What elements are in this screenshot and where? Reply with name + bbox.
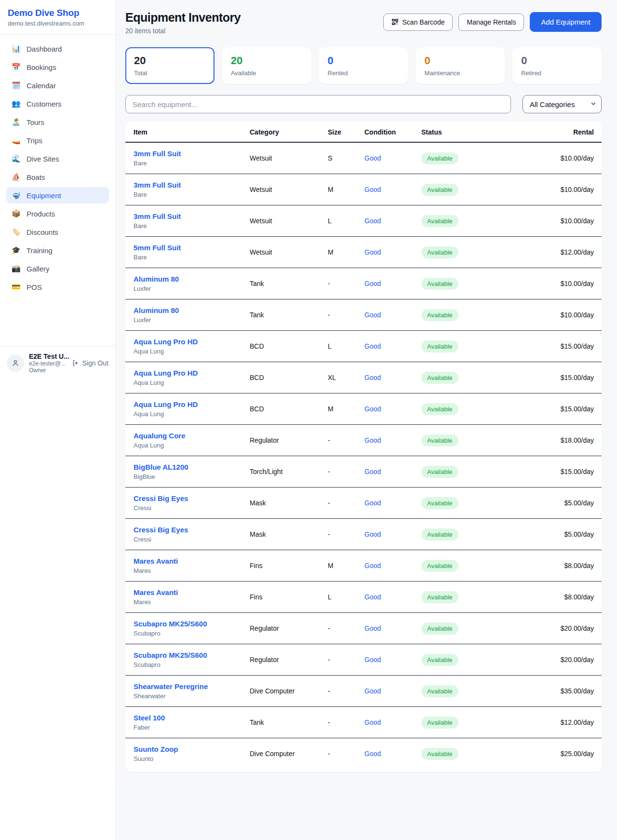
- item-rental-price: $5.00/day: [491, 488, 602, 519]
- condition-link[interactable]: Good: [364, 656, 381, 664]
- add-equipment-button[interactable]: Add Equipment: [530, 12, 602, 32]
- search-input[interactable]: [125, 95, 511, 113]
- sidebar-item-tours[interactable]: 🏝️ Tours: [6, 114, 109, 130]
- condition-link[interactable]: Good: [364, 718, 381, 726]
- condition-link[interactable]: Good: [364, 154, 381, 162]
- stat-card-rented[interactable]: 0 Rented: [319, 47, 408, 84]
- condition-link[interactable]: Good: [364, 405, 381, 413]
- item-name-link[interactable]: 3mm Full Suit: [134, 149, 242, 158]
- item-name-link[interactable]: Cressi Big Eyes: [134, 494, 242, 502]
- item-name-link[interactable]: Aluminum 80: [134, 306, 242, 314]
- sidebar-item-trips[interactable]: 🚤 Trips: [6, 132, 109, 149]
- stat-card-retired[interactable]: 0 Retired: [512, 47, 602, 84]
- condition-link[interactable]: Good: [364, 624, 381, 632]
- item-name-link[interactable]: Aqua Lung Pro HD: [134, 338, 242, 346]
- table-row: Mares Avanti Mares Fins L Good Available…: [125, 582, 602, 613]
- table-row: Aqua Lung Pro HD Aqua Lung BCD XL Good A…: [125, 362, 602, 393]
- condition-link[interactable]: Good: [364, 750, 381, 758]
- manage-rentals-label: Manage Rentals: [467, 18, 516, 26]
- condition-link[interactable]: Good: [364, 311, 381, 319]
- stat-rented-label: Rented: [328, 69, 400, 77]
- item-category: Tank: [246, 268, 324, 299]
- condition-link[interactable]: Good: [364, 248, 381, 256]
- condition-link[interactable]: Good: [364, 593, 381, 601]
- sidebar-item-equipment[interactable]: 🤿 Equipment: [6, 187, 109, 203]
- manage-rentals-button[interactable]: Manage Rentals: [458, 14, 524, 31]
- item-name-link[interactable]: Scubapro MK25/S600: [134, 620, 242, 628]
- item-name-link[interactable]: 3mm Full Suit: [134, 181, 242, 189]
- item-category: Wetsuit: [246, 174, 324, 205]
- condition-link[interactable]: Good: [364, 342, 381, 350]
- condition-link[interactable]: Good: [364, 217, 381, 225]
- condition-link[interactable]: Good: [364, 562, 381, 569]
- condition-link[interactable]: Good: [364, 280, 381, 287]
- item-name-link[interactable]: Aqua Lung Pro HD: [134, 400, 242, 408]
- table-row: Steel 100 Faber Tank - Good Available $1…: [125, 707, 602, 738]
- sidebar-item-customers[interactable]: 👥 Customers: [6, 95, 109, 112]
- condition-link[interactable]: Good: [364, 436, 381, 444]
- condition-link[interactable]: Good: [364, 186, 381, 193]
- item-name-link[interactable]: BigBlue AL1200: [134, 463, 242, 471]
- stat-total-label: Total: [134, 69, 206, 77]
- condition-link[interactable]: Good: [364, 374, 381, 381]
- nav-item-label: Boats: [27, 173, 45, 181]
- page-header: Equipment Inventory 20 items total Scan …: [125, 11, 602, 35]
- item-size: -: [324, 456, 361, 488]
- item-name-link[interactable]: 3mm Full Suit: [134, 212, 242, 220]
- equipment-table: Item Category Size Condition Status Rent…: [125, 122, 602, 769]
- condition-link[interactable]: Good: [364, 468, 381, 475]
- item-category: Tank: [246, 299, 324, 331]
- category-select[interactable]: All Categories: [523, 95, 602, 113]
- item-rental-price: $15.00/day: [491, 393, 602, 425]
- sidebar-item-training[interactable]: 🎓 Training: [6, 242, 109, 258]
- condition-link[interactable]: Good: [364, 499, 381, 507]
- condition-link[interactable]: Good: [364, 687, 381, 695]
- sidebar: Demo Dive Shop demo.test.divestreams.com…: [0, 0, 116, 840]
- sidebar-item-gallery[interactable]: 📸 Gallery: [6, 260, 109, 277]
- stat-card-maintenance[interactable]: 0 Maintenance: [416, 47, 505, 84]
- item-brand: Bare: [134, 222, 242, 230]
- item-size: -: [324, 644, 361, 676]
- sidebar-item-pos[interactable]: 💳 POS: [6, 279, 109, 295]
- sidebar-item-calendar[interactable]: 🗓️ Calendar: [6, 77, 109, 94]
- column-header-rental: Rental: [491, 122, 602, 142]
- stat-card-available[interactable]: 20 Available: [222, 47, 311, 84]
- item-brand: Scubapro: [134, 630, 242, 637]
- item-name-link[interactable]: Cressi Big Eyes: [134, 526, 242, 534]
- column-header-size: Size: [324, 122, 361, 142]
- sign-out-button[interactable]: Sign Out: [72, 359, 108, 367]
- sidebar-item-discounts[interactable]: 🏷️ Discounts: [6, 224, 109, 240]
- item-brand: Cressi: [134, 504, 242, 512]
- item-name-link[interactable]: Aluminum 80: [134, 275, 242, 283]
- sidebar-item-dashboard[interactable]: 📊 Dashboard: [6, 41, 109, 57]
- stat-available-label: Available: [231, 69, 303, 77]
- stat-retired-label: Retired: [521, 69, 593, 77]
- table-row: BigBlue AL1200 BigBlue Torch/Light - Goo…: [125, 456, 602, 488]
- item-name-link[interactable]: Aqua Lung Pro HD: [134, 369, 242, 377]
- brand-name[interactable]: Demo Dive Shop: [8, 8, 107, 18]
- item-brand: BigBlue: [134, 473, 242, 480]
- status-badge: Available: [421, 372, 458, 384]
- status-badge: Available: [421, 528, 458, 541]
- nav-item-icon: 🚤: [12, 136, 20, 145]
- item-size: M: [324, 237, 361, 268]
- item-name-link[interactable]: Mares Avanti: [134, 588, 242, 596]
- stat-card-total[interactable]: 20 Total: [125, 47, 215, 84]
- item-name-link[interactable]: Scubapro MK25/S600: [134, 651, 242, 659]
- sidebar-item-products[interactable]: 📦 Products: [6, 205, 109, 222]
- item-name-link[interactable]: Aqualung Core: [134, 432, 242, 440]
- sidebar-item-bookings[interactable]: 📅 Bookings: [6, 59, 109, 75]
- sidebar-item-boats[interactable]: ⛵ Boats: [6, 169, 109, 185]
- item-name-link[interactable]: Steel 100: [134, 714, 242, 722]
- table-row: Aqua Lung Pro HD Aqua Lung BCD L Good Av…: [125, 331, 602, 362]
- item-name-link[interactable]: Shearwater Peregrine: [134, 682, 242, 691]
- item-name-link[interactable]: Suunto Zoop: [134, 745, 242, 753]
- item-name-link[interactable]: Mares Avanti: [134, 557, 242, 565]
- table-row: Aluminum 80 Luxfer Tank - Good Available…: [125, 268, 602, 299]
- scan-barcode-button[interactable]: Scan Barcode: [383, 14, 453, 31]
- item-name-link[interactable]: 5mm Full Suit: [134, 244, 242, 252]
- condition-link[interactable]: Good: [364, 530, 381, 538]
- item-category: BCD: [246, 362, 324, 393]
- sidebar-item-dive-sites[interactable]: 🌊 Dive Sites: [6, 150, 109, 167]
- status-badge: Available: [421, 434, 458, 447]
